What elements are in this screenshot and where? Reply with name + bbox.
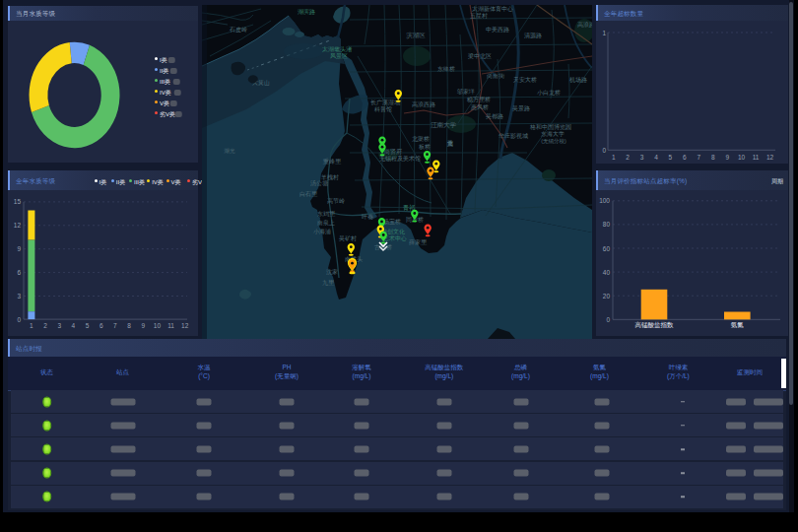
svg-text:邬家垟: 邬家垟	[457, 88, 475, 96]
svg-text:(无锡分校): (无锡分校)	[541, 138, 566, 145]
svg-text:尚贤府: 尚贤府	[384, 148, 402, 156]
svg-text:重峰里: 重峰里	[322, 158, 342, 165]
svg-text:江南大学: 江南大学	[431, 121, 457, 129]
svg-text:惠风桥: 惠风桥	[470, 104, 489, 110]
svg-text:滨湖区: 滨湖区	[406, 32, 426, 39]
svg-text:中美西路: 中美西路	[486, 26, 509, 33]
svg-text:华庄影视城: 华庄影视城	[499, 132, 528, 140]
svg-text:格和中国博览园: 格和中国博览园	[529, 123, 571, 131]
svg-text:立信大道: 立信大道	[447, 140, 453, 147]
svg-text:北渠桥: 北渠桥	[412, 135, 430, 143]
svg-text:机场路: 机场路	[569, 77, 587, 84]
svg-text:板桥: 板桥	[418, 144, 431, 150]
svg-text:天安大桥: 天安大桥	[513, 76, 537, 83]
svg-text:叶巷: 叶巷	[362, 214, 373, 220]
svg-text:吴景路: 吴景路	[512, 105, 530, 112]
svg-text:汤公塘: 汤公塘	[310, 179, 328, 187]
svg-text:小白龙桥: 小白龙桥	[537, 90, 561, 97]
svg-text:五星村: 五星村	[470, 13, 488, 20]
svg-text:沈家: 沈家	[326, 268, 338, 276]
svg-text:长广溪湿地: 长广溪湿地	[370, 99, 401, 105]
svg-text:高浪西路: 高浪西路	[412, 100, 435, 108]
svg-text:小海浦: 小海浦	[313, 229, 331, 234]
svg-text:无锡程及美术馆: 无锡程及美术馆	[379, 155, 421, 163]
svg-text:湖光: 湖光	[224, 148, 236, 155]
svg-text:青祁: 青祁	[403, 204, 415, 211]
svg-text:太湖新体育中心: 太湖新体育中心	[472, 5, 513, 12]
svg-text:梁中北区: 梁中北区	[468, 52, 492, 60]
svg-text:高浪路: 高浪路	[577, 21, 592, 29]
svg-text:太湖鼋头渚: 太湖鼋头渚	[322, 45, 353, 53]
svg-text:薛家里: 薛家里	[409, 238, 428, 245]
svg-text:南泉上: 南泉上	[317, 220, 335, 226]
svg-text:吴都路: 吴都路	[486, 113, 503, 120]
svg-text:吴矿村: 吴矿村	[339, 234, 357, 242]
svg-text:尚南街: 尚南街	[487, 73, 505, 80]
svg-text:风景区: 风景区	[330, 52, 348, 59]
svg-text:东绛桥: 东绛桥	[437, 65, 455, 72]
svg-text:石皮岭: 石皮岭	[229, 26, 247, 33]
svg-text:糖万里桥: 糖万里桥	[467, 97, 491, 103]
svg-text:九里: 九里	[322, 280, 335, 286]
svg-text:科普馆: 科普馆	[374, 105, 392, 113]
svg-text:湖滨路: 湖滨路	[298, 8, 315, 16]
svg-text:东鸡里: 东鸡里	[317, 210, 336, 217]
svg-text:高节岭: 高节岭	[327, 197, 345, 204]
svg-text:东海大学: 东海大学	[541, 130, 565, 137]
svg-text:清源路: 清源路	[524, 32, 542, 39]
svg-text:白石里: 白石里	[299, 190, 318, 198]
